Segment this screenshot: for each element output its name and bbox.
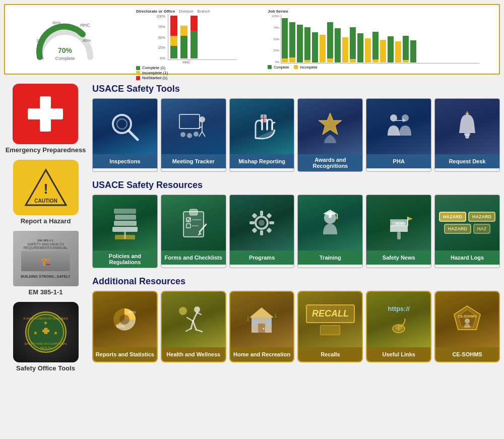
add-reports[interactable]: 40% 10% Reports and Statistics (92, 291, 158, 362)
sidebar-item-safetytools[interactable]: ★ ★ ★ SAFETY AND OCCUPATIONAL HEALTH US … (13, 302, 79, 372)
recalls-label: Recalls (298, 347, 362, 361)
svg-text:60%: 60% (52, 21, 60, 25)
programs-label: Programs (230, 250, 294, 265)
res-hazard-logs[interactable]: HAZARD HAZARD HAZARD HAZ Hazard Logs (434, 195, 500, 268)
svg-point-31 (194, 132, 199, 137)
svg-text:80%: 80% (83, 38, 91, 43)
add-links[interactable]: https:// Useful Links (366, 291, 431, 362)
svg-text:Complete: Complete (55, 56, 75, 61)
safety-news-label: Safety News (366, 250, 431, 265)
health-image (162, 292, 225, 347)
content-area: USACE Safety Tools Inspections (87, 79, 500, 372)
gauge-chart: 0% HHC 60% 20% 80% 70% Complete (25, 9, 105, 70)
tool-mishap-reporting[interactable]: Mishap Reporting (229, 98, 295, 172)
svg-marker-97 (249, 307, 274, 318)
svg-line-88 (193, 312, 197, 321)
svg-text:0%: 0% (37, 55, 44, 60)
safety-resources-grid: Policies and Regulations (92, 195, 500, 268)
policies-image (93, 195, 157, 250)
svg-rect-68 (251, 227, 257, 233)
svg-text:CAUTION: CAUTION (34, 198, 57, 204)
emergency-icon (13, 84, 78, 144)
svg-point-61 (259, 220, 265, 226)
svg-rect-76 (390, 226, 408, 232)
svg-text:70%: 70% (58, 46, 73, 54)
svg-rect-62 (260, 211, 263, 216)
svg-text:40%: 40% (128, 310, 136, 315)
policies-label: Policies and Regulations (93, 250, 157, 268)
reports-label: Reports and Statistics (93, 347, 157, 361)
res-policies[interactable]: Policies and Regulations (92, 195, 158, 268)
svg-point-24 (199, 116, 205, 122)
res-training[interactable]: Training (297, 195, 363, 268)
svg-text:US ARMY CORPS OF ENGINEERS: US ARMY CORPS OF ENGINEERS (23, 317, 69, 320)
svg-rect-101 (266, 320, 271, 325)
tool-meeting-tracker[interactable]: Meeting Tracker (161, 98, 226, 172)
tool-awards[interactable]: Awards and Recognitions (297, 98, 363, 172)
svg-point-95 (179, 307, 187, 315)
svg-text:20%: 20% (36, 38, 44, 43)
svg-text:SAFETY AND OCCUPATIONAL: SAFETY AND OCCUPATIONAL (24, 342, 68, 345)
inspections-image (93, 99, 157, 154)
safety-tools-grid: Inspections (92, 98, 500, 172)
res-programs[interactable]: Programs (229, 195, 295, 268)
legend-incomplete: Incomplete (1) (142, 71, 168, 75)
additional-resources-grid: 40% 10% Reports and Statistics (92, 291, 500, 362)
svg-rect-47 (114, 209, 136, 214)
add-health[interactable]: Health and Wellness (161, 291, 226, 362)
svg-text:★: ★ (53, 330, 58, 336)
svg-rect-45 (114, 221, 137, 226)
inspections-label: Inspections (93, 154, 157, 168)
svg-text:NEWS: NEWS (395, 222, 406, 225)
mishap-reporting-image (230, 99, 294, 154)
em385-icon: EM 385-1-1 SAFETY AND HEALTHREQUIREMENTS… (13, 231, 79, 286)
safety-news-image: NEWS (366, 195, 431, 250)
sidebar-item-hazard[interactable]: ! CAUTION Report a Hazard (13, 160, 79, 225)
em385-label: EM 385-1-1 (29, 288, 63, 296)
tool-request-desk[interactable]: Request Desk (434, 98, 500, 172)
hazard-logs-label: Hazard Logs (435, 250, 499, 265)
training-image (298, 195, 362, 250)
add-ce-sohms[interactable]: CE-SOHMS CE-SOHMS (434, 291, 500, 362)
right-bar-chart: Job Series 100% 75% 50% 25% 0% (268, 9, 479, 70)
svg-point-110 (465, 319, 470, 324)
links-image: https:// (367, 292, 430, 347)
svg-line-27 (199, 132, 202, 137)
tool-pha[interactable]: PHA (366, 98, 431, 172)
meeting-tracker-image (161, 99, 226, 154)
health-label: Health and Wellness (162, 347, 225, 361)
safety-tools-title: USACE Safety Tools (92, 84, 500, 94)
mishap-reporting-label: Mishap Reporting (230, 154, 294, 168)
safetytools-label: Safety Office Tools (16, 364, 75, 372)
svg-point-99 (263, 328, 265, 329)
svg-line-21 (129, 131, 138, 140)
home-label: Home and Recreation (230, 347, 294, 361)
svg-rect-44 (112, 227, 138, 232)
res-safety-news[interactable]: NEWS Safety News (366, 195, 431, 268)
pha-image (366, 99, 431, 154)
tool-inspections[interactable]: Inspections (92, 98, 158, 172)
res-forms[interactable]: Forms and Checklists (161, 195, 226, 268)
svg-point-87 (194, 306, 200, 312)
svg-point-30 (187, 133, 192, 138)
add-home[interactable]: Home and Recreation (229, 291, 295, 362)
svg-rect-65 (269, 221, 274, 224)
svg-marker-35 (319, 113, 342, 135)
svg-rect-63 (260, 230, 263, 235)
svg-line-94 (196, 330, 202, 332)
svg-marker-79 (408, 217, 413, 221)
svg-text:★: ★ (33, 330, 38, 336)
add-recalls[interactable]: RECALL Recalls (297, 291, 363, 362)
svg-line-89 (187, 318, 193, 321)
svg-line-92 (186, 329, 191, 331)
svg-line-28 (202, 132, 205, 137)
svg-marker-102 (275, 312, 277, 318)
svg-line-90 (197, 312, 201, 315)
request-desk-label: Request Desk (435, 154, 499, 168)
sidebar-item-em385[interactable]: EM 385-1-1 SAFETY AND HEALTHREQUIREMENTS… (13, 231, 79, 296)
svg-rect-69 (266, 227, 272, 233)
svg-rect-72 (329, 214, 332, 218)
sidebar-item-emergency[interactable]: Emergency Preparedness (6, 84, 86, 154)
svg-point-22 (117, 119, 127, 129)
recalls-image: RECALL (298, 292, 362, 347)
